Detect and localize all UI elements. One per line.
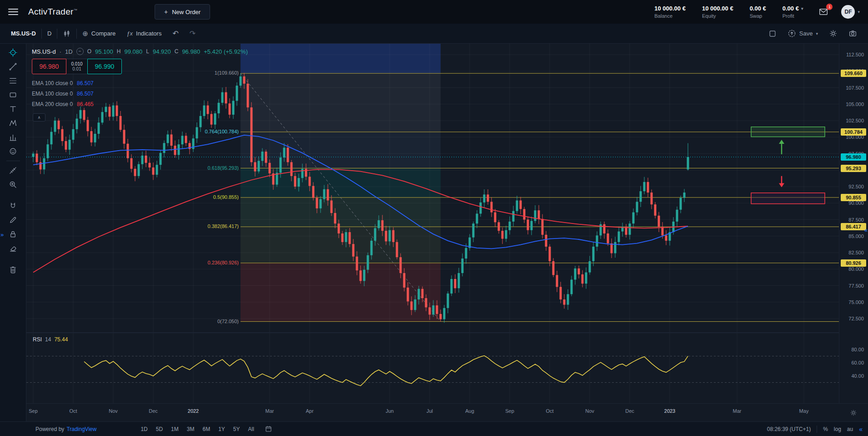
- price-tick: 105.000: [846, 101, 864, 107]
- range-button-3m[interactable]: 3M: [183, 425, 198, 434]
- layout-button[interactable]: [763, 30, 782, 38]
- swap-stat: 0.00 € Swap: [750, 5, 766, 19]
- expand-left-panel[interactable]: »: [0, 231, 4, 238]
- crosshair-tool[interactable]: [5, 46, 21, 60]
- axis-settings[interactable]: [839, 403, 868, 422]
- clock[interactable]: 08:26:39 (UTC+1): [767, 426, 811, 432]
- range-button-5y[interactable]: 5Y: [230, 425, 244, 434]
- chevron-right-icon: »: [0, 231, 4, 238]
- zoom-in-tool[interactable]: [5, 177, 21, 192]
- cloud-save-button[interactable]: Save ▾: [782, 29, 823, 38]
- time-label: 2023: [664, 408, 675, 414]
- forecast-bars-icon: [9, 133, 17, 142]
- price-tick: 92.500: [848, 184, 864, 189]
- time-label: Dec: [149, 408, 158, 414]
- current-price-badge: 96.980: [841, 153, 866, 161]
- symbol-button[interactable]: MS.US-D: [5, 30, 41, 37]
- range-button-1d[interactable]: 1D: [137, 425, 151, 434]
- price-tick: 80.000: [848, 266, 864, 272]
- undo-button[interactable]: ↶: [167, 29, 184, 38]
- percent-scale-button[interactable]: %: [823, 426, 828, 432]
- profit-stat[interactable]: 0.00 €▾ Profit: [783, 5, 803, 19]
- fib-price-badge: 109.660: [841, 70, 866, 77]
- range-selector: 1D5D1M3M6M1Y5YAll: [136, 425, 258, 434]
- remove-objects-tool[interactable]: [5, 263, 21, 277]
- time-label: Nov: [109, 408, 118, 414]
- log-scale-button[interactable]: log: [834, 426, 841, 432]
- lock-tool[interactable]: [5, 227, 21, 241]
- rectangle-icon: [9, 91, 17, 99]
- fib-retracement-tool[interactable]: [5, 74, 21, 88]
- chevron-left-icon: «: [864, 227, 868, 233]
- chart-type-button[interactable]: [57, 30, 76, 38]
- fib-retracement-icon: [9, 76, 17, 85]
- trend-line-tool[interactable]: [5, 60, 21, 74]
- forecast-tool[interactable]: [5, 130, 21, 144]
- menu-icon[interactable]: [8, 9, 18, 15]
- time-label: Aug: [465, 408, 474, 414]
- time-axis[interactable]: SepOctNovDec2022MarAprJunJulAugSepOctNov…: [26, 403, 839, 422]
- toolbar-divider: [6, 161, 20, 161]
- fib-price-badge: 95.293: [841, 165, 866, 172]
- rsi-tick: 60.00: [851, 360, 864, 365]
- collapse-indicators-button[interactable]: ∧: [33, 113, 45, 122]
- notification-badge: 1: [826, 4, 833, 10]
- fib-price-badge: 80.926: [841, 259, 866, 267]
- indicators-button[interactable]: ƒx Indicators: [121, 30, 167, 37]
- price-tick: 112.500: [846, 52, 864, 57]
- text-tool[interactable]: [5, 102, 21, 116]
- price-tick: 77.500: [848, 283, 864, 289]
- new-order-button[interactable]: + New Order: [155, 4, 210, 20]
- range-button-6m[interactable]: 6M: [199, 425, 214, 434]
- profit-value: 0.00 €: [783, 5, 799, 12]
- interval-button[interactable]: D: [42, 30, 57, 37]
- measure-tool[interactable]: [5, 163, 21, 177]
- range-button-all[interactable]: All: [245, 425, 258, 434]
- function-icon: ƒx: [126, 30, 133, 37]
- go-to-date-button[interactable]: [265, 425, 272, 433]
- chevron-down-icon: ▾: [816, 31, 818, 36]
- chevron-up-icon: ∧: [38, 115, 41, 120]
- draw-tool[interactable]: [5, 213, 21, 227]
- xabcd-pattern-tool[interactable]: [5, 116, 21, 130]
- tradingview-link[interactable]: TradingView: [66, 426, 96, 432]
- range-button-5d[interactable]: 5D: [152, 425, 166, 434]
- price-axis[interactable]: 112.500110.000107.500105.000102.500100.0…: [839, 44, 868, 403]
- price-tick: 107.500: [846, 85, 864, 91]
- compare-button[interactable]: ⊕ Compare: [77, 30, 121, 38]
- range-button-1y[interactable]: 1Y: [215, 425, 229, 434]
- time-label: Dec: [625, 408, 634, 414]
- buy-button[interactable]: 96.990: [87, 59, 122, 74]
- eraser-tool[interactable]: [5, 241, 21, 255]
- shapes-tool[interactable]: [5, 88, 21, 102]
- redo-button[interactable]: ↷: [184, 29, 201, 38]
- price-tick: 85.000: [848, 233, 864, 239]
- time-label: Jun: [386, 408, 394, 414]
- layout-grid-icon: [768, 30, 777, 38]
- fib-price-badge: 90.855: [841, 194, 866, 201]
- auto-scale-button[interactable]: au: [847, 426, 853, 432]
- equity-label: Equity: [702, 13, 733, 19]
- price-tick: 82.500: [848, 250, 864, 255]
- time-label: Jul: [426, 408, 433, 414]
- price-tick: 87.500: [848, 217, 864, 223]
- magnet-tool[interactable]: [5, 199, 21, 213]
- redo-icon: ↷: [190, 29, 196, 38]
- settings-button[interactable]: [823, 29, 843, 38]
- pencil-icon: [9, 216, 17, 224]
- user-menu[interactable]: DF ▾: [841, 5, 860, 19]
- sell-button[interactable]: 96.980: [32, 59, 66, 74]
- calendar-icon: [265, 425, 272, 433]
- screenshot-button[interactable]: [843, 29, 863, 38]
- emoji-tool[interactable]: [5, 144, 21, 158]
- quote-panel: 96.980 0.010 0.01 96.990: [32, 59, 122, 74]
- notifications-button[interactable]: 1: [818, 7, 828, 17]
- plus-circle-icon: ⊕: [82, 30, 88, 38]
- equity-value: 10 000.00 €: [702, 5, 733, 12]
- ruler-icon: [9, 166, 17, 175]
- price-chart[interactable]: [26, 44, 839, 403]
- avatar: DF: [841, 5, 855, 19]
- expand-watchlist[interactable]: «: [864, 227, 868, 233]
- collapse-bottom-icon[interactable]: «: [859, 426, 863, 433]
- range-button-1m[interactable]: 1M: [167, 425, 182, 434]
